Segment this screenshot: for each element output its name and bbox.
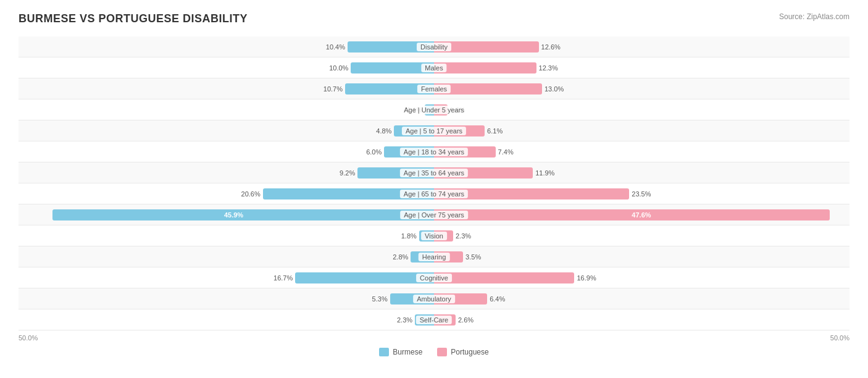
bar-container: Cognitive16.7%16.9% (19, 267, 849, 288)
chart-row: Females10.7%13.0% (19, 78, 849, 99)
row-label: Males (421, 64, 446, 72)
chart-row: Hearing2.8%3.5% (19, 246, 849, 267)
axis-labels: 50.0% 50.0% (19, 334, 849, 342)
bar-container: Age | 5 to 17 years4.8%6.1% (19, 120, 849, 141)
burmese-label: Burmese (393, 348, 422, 356)
left-value: 5.3% (372, 295, 388, 303)
left-value: 9.2% (340, 169, 355, 177)
legend-burmese: Burmese (379, 348, 422, 356)
chart-row: Disability10.4%12.6% (19, 36, 849, 57)
bar-container: Age | 18 to 34 years6.0%7.4% (19, 141, 849, 162)
left-value: 1.8% (401, 232, 417, 240)
right-value: 6.1% (487, 127, 503, 135)
left-value: 4.8% (376, 127, 391, 135)
left-value: 2.3% (397, 316, 412, 324)
bar-container: Vision1.8%2.3% (19, 225, 849, 246)
bar-container: Females10.7%13.0% (19, 78, 849, 99)
right-value: 13.0% (545, 85, 564, 93)
bar-container: Males10.0%12.3% (19, 57, 849, 78)
left-value: 10.7% (323, 85, 343, 93)
row-label: Age | Under 5 years (400, 106, 468, 114)
right-value: 12.3% (539, 64, 558, 72)
portuguese-color-swatch (437, 348, 447, 356)
left-value: 6.0% (366, 148, 382, 156)
row-label: Vision (421, 232, 447, 240)
chart-row: Males10.0%12.3% (19, 57, 849, 78)
bar-container: Hearing2.8%3.5% (19, 246, 849, 267)
legend-portuguese: Portuguese (437, 348, 488, 356)
row-label: Age | 35 to 64 years (400, 169, 468, 177)
row-label: Disability (417, 43, 451, 51)
axis-right: 50.0% (830, 334, 849, 342)
left-value: 2.8% (393, 253, 408, 261)
left-value: 16.7% (273, 274, 293, 282)
right-value: 12.6% (541, 43, 561, 51)
row-label: Age | 5 to 17 years (402, 127, 466, 135)
right-value: 7.4% (498, 148, 514, 156)
right-value: 16.9% (577, 274, 596, 282)
chart-area: Disability10.4%12.6%Males10.0%12.3%Femal… (19, 36, 849, 330)
right-value: 2.3% (456, 232, 471, 240)
chart-source: Source: ZipAtlas.com (779, 12, 849, 21)
bar-container: Age | Under 5 years1.1%1.6% (19, 99, 849, 120)
chart-legend: Burmese Portuguese (19, 348, 849, 356)
portuguese-bar (434, 62, 536, 74)
chart-row: Self-Care2.3%2.6% (19, 309, 849, 330)
bar-container: Self-Care2.3%2.6% (19, 309, 849, 330)
chart-row: Age | Under 5 years1.1%1.6% (19, 99, 849, 120)
row-label: Age | Over 75 years (400, 211, 468, 219)
bar-container: Age | Over 75 years45.9%47.6% (19, 204, 849, 225)
axis-left: 50.0% (19, 334, 38, 342)
row-label: Age | 65 to 74 years (400, 190, 468, 198)
bar-container: Ambulatory5.3%6.4% (19, 288, 849, 309)
bar-container: Age | 65 to 74 years20.6%23.5% (19, 183, 849, 204)
right-value: 47.6% (632, 211, 651, 219)
row-label: Age | 18 to 34 years (400, 148, 468, 156)
chart-title: BURMESE VS PORTUGUESE DISABILITY (19, 12, 248, 25)
right-value: 3.5% (465, 253, 481, 261)
left-value: 10.4% (326, 43, 345, 51)
right-value: 11.9% (535, 169, 554, 177)
right-value: 2.6% (458, 316, 474, 324)
row-label: Females (417, 85, 451, 93)
row-label: Hearing (419, 253, 450, 261)
chart-row: Cognitive16.7%16.9% (19, 267, 849, 288)
portuguese-bar (434, 272, 574, 284)
chart-row: Age | 5 to 17 years4.8%6.1% (19, 120, 849, 141)
row-label: Ambulatory (413, 295, 455, 303)
burmese-bar (52, 209, 434, 220)
burmese-bar (295, 272, 434, 284)
burmese-color-swatch (379, 348, 389, 356)
portuguese-label: Portuguese (451, 348, 488, 356)
left-value: 10.0% (329, 64, 348, 72)
bar-container: Disability10.4%12.6% (19, 36, 849, 57)
chart-row: Age | 18 to 34 years6.0%7.4% (19, 141, 849, 162)
right-value: 23.5% (632, 190, 651, 198)
chart-row: Age | 35 to 64 years9.2%11.9% (19, 162, 849, 183)
row-label: Self-Care (416, 316, 452, 324)
chart-row: Age | Over 75 years45.9%47.6% (19, 204, 849, 225)
chart-row: Ambulatory5.3%6.4% (19, 288, 849, 309)
chart-header: BURMESE VS PORTUGUESE DISABILITY Source:… (19, 12, 849, 25)
row-label: Cognitive (416, 274, 452, 282)
right-value: 6.4% (490, 295, 505, 303)
left-value: 45.9% (224, 211, 243, 219)
bar-container: Age | 35 to 64 years9.2%11.9% (19, 162, 849, 183)
chart-row: Age | 65 to 74 years20.6%23.5% (19, 183, 849, 204)
chart-row: Vision1.8%2.3% (19, 225, 849, 246)
left-value: 20.6% (241, 190, 261, 198)
